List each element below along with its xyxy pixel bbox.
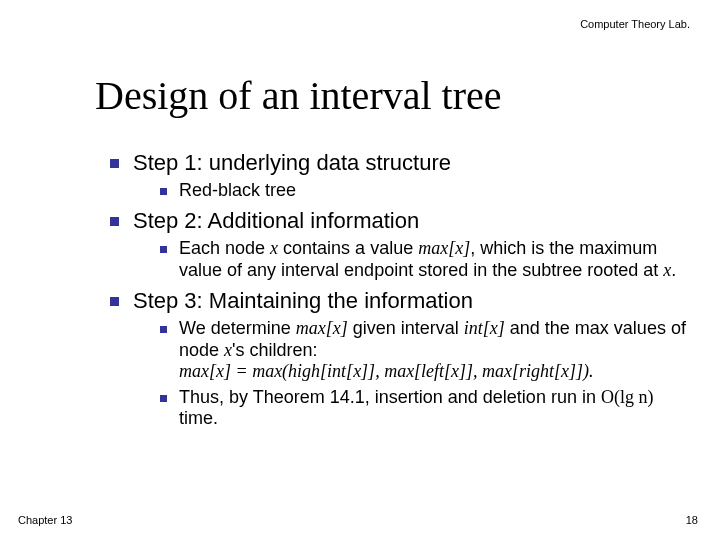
lab-label: Computer Theory Lab. [580,18,690,30]
math-x: x [224,340,232,360]
step-3-head: Step 3: Maintaining the information [110,288,690,314]
square-bullet-icon [160,188,167,195]
step-2-head: Step 2: Additional information [110,208,690,234]
math-maxx: max[x] [418,238,470,258]
text-part: Each node [179,238,270,258]
step-1-sub: Red-black tree [160,180,690,202]
slide: Computer Theory Lab. Design of an interv… [0,0,720,540]
step-3-title: Step 3: Maintaining the information [133,288,473,314]
step-1-sub-1-text: Red-black tree [179,180,690,202]
square-bullet-icon [160,395,167,402]
content-area: Step 1: underlying data structure Red-bl… [110,150,690,436]
text-part: time. [179,408,218,428]
text-part: . [671,260,676,280]
step-3-sub-2-text: Thus, by Theorem 14.1, insertion and del… [179,387,690,430]
step-2-sub-1-text: Each node x contains a value max[x], whi… [179,238,690,281]
step-2-title: Step 2: Additional information [133,208,419,234]
square-bullet-icon [110,217,119,226]
square-bullet-icon [110,297,119,306]
slide-title: Design of an interval tree [95,72,502,119]
step-3-sub: We determine max[x] given interval int[x… [160,318,690,430]
step-1: Step 1: underlying data structure Red-bl… [110,150,690,202]
square-bullet-icon [160,326,167,333]
step-1-head: Step 1: underlying data structure [110,150,690,176]
step-3: Step 3: Maintaining the information We d… [110,288,690,430]
step-2-sub-1: Each node x contains a value max[x], whi… [160,238,690,281]
text-part: contains a value [278,238,418,258]
math-equation: max[x] = max(high[int[x]], max[left[x]],… [179,361,594,381]
footer-chapter: Chapter 13 [18,514,72,526]
step-2-sub: Each node x contains a value max[x], whi… [160,238,690,281]
square-bullet-icon [110,159,119,168]
math-maxx: max[x] [296,318,348,338]
text-part: Thus, by Theorem 14.1, insertion and del… [179,387,601,407]
text-part: We determine [179,318,296,338]
step-3-sub-1-text: We determine max[x] given interval int[x… [179,318,690,383]
math-intx: int[x] [464,318,505,338]
step-1-sub-1: Red-black tree [160,180,690,202]
text-part: given interval [348,318,464,338]
footer-page: 18 [686,514,698,526]
math-olgn: O(lg n) [601,387,654,407]
math-x: x [270,238,278,258]
square-bullet-icon [160,246,167,253]
step-1-title: Step 1: underlying data structure [133,150,451,176]
step-2: Step 2: Additional information Each node… [110,208,690,282]
text-part: 's children: [232,340,317,360]
step-3-sub-2: Thus, by Theorem 14.1, insertion and del… [160,387,690,430]
step-3-sub-1: We determine max[x] given interval int[x… [160,318,690,383]
